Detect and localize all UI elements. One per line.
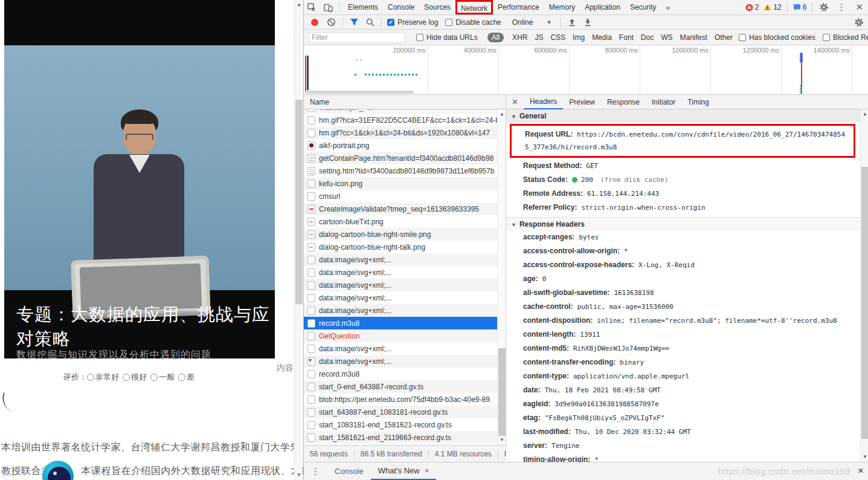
radio-icon[interactable] xyxy=(150,374,158,381)
details-scrollbar[interactable]: ▲ ▼ xyxy=(860,109,868,462)
resource-type-filter[interactable]: Doc xyxy=(641,33,654,42)
scroll-down-icon[interactable]: ▼ xyxy=(295,471,303,479)
watermark-close-icon[interactable]: × xyxy=(858,465,864,477)
request-row[interactable]: data:image/svg+xml;... xyxy=(304,355,498,368)
resource-type-filter[interactable]: JS xyxy=(535,33,543,42)
request-row[interactable]: kefu-icon.png xyxy=(304,177,498,190)
settings-gear-icon[interactable] xyxy=(815,0,832,15)
general-section-header[interactable]: ▼General xyxy=(506,109,860,123)
blocked-requests-checkbox[interactable]: Blocked Requests xyxy=(823,33,868,42)
request-list-scrollbar[interactable]: ▲ ▼ xyxy=(497,109,506,445)
request-row[interactable]: dialog-cartoon-blue-right-smile.png xyxy=(304,228,498,241)
request-row[interactable]: GetQuestion xyxy=(304,329,498,342)
hide-data-urls-checkbox[interactable]: Hide data URLs xyxy=(416,33,478,42)
request-row[interactable]: start_0-end_643887-record.gv.ts xyxy=(304,380,498,393)
request-row[interactable]: blob:https://per.enetedu.com/75df4bb9-b3… xyxy=(304,393,498,406)
search-icon[interactable] xyxy=(362,15,378,30)
device-toolbar-icon[interactable] xyxy=(320,0,336,15)
record-network-log-icon[interactable] xyxy=(311,19,318,26)
request-row[interactable]: start_1083181-end_1581621-record.gv.ts xyxy=(304,418,498,431)
tab-response[interactable]: Response xyxy=(601,95,646,109)
request-row[interactable]: start_643887-end_1083181-record.gv.ts xyxy=(304,406,498,418)
preserve-log-checkbox[interactable]: Preserve log xyxy=(387,18,438,27)
request-row[interactable]: dialog-cartoon-blue-right-talk.png xyxy=(304,241,498,253)
checkbox-unchecked-icon[interactable] xyxy=(445,19,452,26)
tab-application[interactable]: Application xyxy=(580,0,625,15)
resource-type-filter[interactable]: Manifest xyxy=(680,33,707,42)
close-details-icon[interactable]: ✕ xyxy=(506,97,524,106)
request-row[interactable]: cmsurl xyxy=(304,190,498,203)
request-row[interactable]: data:image/svg+xml;... xyxy=(304,279,498,291)
rating-option[interactable]: 很好 xyxy=(123,372,147,383)
network-settings-gear-icon[interactable] xyxy=(850,15,868,30)
timeline-scroll-thumb[interactable] xyxy=(305,91,414,94)
scroll-up-icon[interactable]: ▲ xyxy=(498,110,506,118)
rating-option[interactable]: 一般 xyxy=(150,372,175,383)
devtools-close-icon[interactable]: ✕ xyxy=(850,2,868,13)
request-row[interactable]: cartoon-blueTxt.png xyxy=(304,215,498,228)
kebab-menu-icon[interactable]: ⋮ xyxy=(832,0,850,15)
issues-count-badge[interactable]: 6 xyxy=(791,3,809,11)
scroll-up-icon[interactable]: ▲ xyxy=(295,1,303,9)
warning-count-badge[interactable]: 12 xyxy=(761,3,783,11)
tab-performance[interactable]: Performance xyxy=(493,0,544,15)
import-har-icon[interactable] xyxy=(564,15,580,30)
inspect-element-icon[interactable] xyxy=(304,0,320,15)
request-row[interactable]: data:image/svg+xml;... xyxy=(304,291,498,304)
error-count-badge[interactable]: 2 xyxy=(743,3,762,11)
tab-initiator[interactable]: Initiator xyxy=(646,95,681,109)
request-row[interactable]: data:image/svg+xml;... xyxy=(304,266,498,279)
resource-type-filter[interactable]: Img xyxy=(573,33,585,42)
drawer-menu-icon[interactable]: ⋮ xyxy=(304,466,327,477)
rating-option[interactable]: 差 xyxy=(178,372,194,383)
request-row[interactable]: CreateImageValidate?tmep_seq=16136396333… xyxy=(304,203,498,215)
export-har-icon[interactable] xyxy=(580,15,596,30)
filter-funnel-icon[interactable] xyxy=(346,15,362,30)
throttling-dropdown[interactable]: Online ▼ xyxy=(512,18,552,27)
has-blocked-cookies-checkbox[interactable]: Has blocked cookies xyxy=(739,33,815,42)
drawer-tab-console[interactable]: Console xyxy=(327,462,371,480)
page-scrollbar-thumb[interactable] xyxy=(295,100,303,304)
request-row[interactable]: aikf-portrait.png xyxy=(304,139,498,152)
page-scrollbar[interactable]: ▲ ▼ xyxy=(294,0,303,480)
checkbox-checked-icon[interactable] xyxy=(387,19,394,26)
tab-network[interactable]: Network xyxy=(455,0,493,15)
resource-type-filter[interactable]: Other xyxy=(715,33,733,42)
request-row[interactable]: data:image/svg+xml;... xyxy=(304,342,498,355)
filter-input[interactable] xyxy=(309,32,405,43)
more-tabs-icon[interactable]: » xyxy=(661,3,675,12)
tab-memory[interactable]: Memory xyxy=(544,0,580,15)
checkbox-unchecked-icon[interactable] xyxy=(739,34,746,41)
resource-type-filter[interactable]: Media xyxy=(592,33,612,42)
tab-headers[interactable]: Headers xyxy=(524,95,563,109)
request-list-scrollbar-thumb[interactable] xyxy=(498,348,506,436)
scroll-down-icon[interactable]: ▼ xyxy=(861,453,868,461)
tab-security[interactable]: Security xyxy=(625,0,661,15)
checkbox-unchecked-icon[interactable] xyxy=(416,34,423,41)
checkbox-unchecked-icon[interactable] xyxy=(823,34,830,41)
request-row[interactable]: record.m3u8 xyxy=(304,317,498,329)
radio-icon[interactable] xyxy=(178,374,185,381)
rating-option[interactable]: 非常好 xyxy=(87,372,119,383)
radio-icon[interactable] xyxy=(87,374,94,381)
request-row[interactable]: setting.htm?tid=f3400acdb80146d9b9873d11… xyxy=(304,164,498,177)
resource-type-filter[interactable]: WS xyxy=(661,33,672,42)
request-row[interactable]: hm.gif?cc=1&ck=1&cl=24-bit&ds=1920x1080&… xyxy=(304,126,498,139)
request-row[interactable]: getContainPage.htm?tenantId=f3400acdb801… xyxy=(304,152,498,164)
clear-network-log-icon[interactable] xyxy=(323,15,339,30)
network-timeline-overview[interactable]: 200000 ms400000 ms600000 ms800000 ms1000… xyxy=(304,45,868,95)
name-column-header[interactable]: Name xyxy=(304,95,506,109)
video-player[interactable]: 专题：大数据的应用、挑战与应对策略 数据挖掘与知识发现以及分析中遇到的问题 xyxy=(4,0,275,358)
tab-console[interactable]: Console xyxy=(383,0,419,15)
close-tab-icon[interactable]: × xyxy=(425,466,429,475)
details-scrollbar-thumb[interactable] xyxy=(861,167,868,439)
request-row[interactable]: record.m3u8 xyxy=(304,368,498,380)
tab-elements[interactable]: Elements xyxy=(343,0,383,15)
resource-type-filter[interactable]: All xyxy=(487,33,504,42)
resource-type-filter[interactable]: XHR xyxy=(512,33,527,42)
tab-timing[interactable]: Timing xyxy=(681,95,715,109)
request-row[interactable]: webmain.js?_=... xyxy=(304,109,498,114)
tab-preview[interactable]: Preview xyxy=(563,95,601,109)
disable-cache-checkbox[interactable]: Disable cache xyxy=(445,18,501,27)
request-row[interactable]: data:image/svg+xml;... xyxy=(304,253,498,266)
